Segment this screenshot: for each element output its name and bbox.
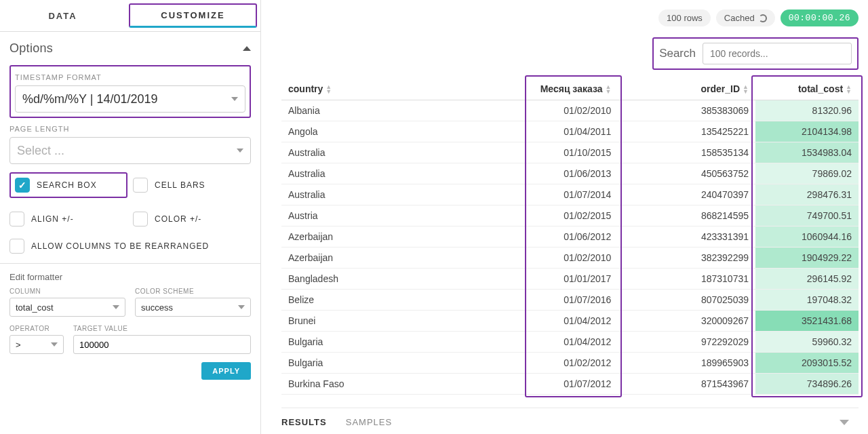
main-panel: 100 rows Cached 00:00:00.26 Search count…	[261, 0, 868, 434]
bottom-tabs: RESULTS SAMPLES	[281, 408, 859, 434]
table-row: Albania01/02/201038538306981320.96	[281, 100, 859, 121]
sort-icon: ▲▼	[846, 85, 852, 94]
operator-label: OPERATOR	[9, 325, 64, 332]
scheme-select[interactable]: success	[135, 298, 251, 317]
th-order[interactable]: order_ID▲▼	[618, 78, 755, 100]
sort-icon: ▲▼	[605, 85, 611, 94]
search-input[interactable]	[703, 43, 852, 64]
table-row: Bulgaria01/04/201297229202959960.32	[281, 332, 859, 353]
th-country[interactable]: country▲▼	[281, 78, 529, 100]
table-container: country▲▼ Месяц заказа▲▼ order_ID▲▼ tota…	[281, 78, 859, 402]
checkbox-icon	[133, 178, 148, 193]
checkbox-icon	[15, 178, 30, 193]
chevron-down-icon	[51, 342, 58, 347]
topbar: 100 rows Cached 00:00:00.26	[281, 9, 859, 26]
chevron-up-icon	[243, 46, 251, 51]
sort-icon: ▲▼	[743, 85, 749, 94]
timestamp-select[interactable]: %d/%m/%Y | 14/01/2019	[15, 85, 245, 113]
formatter-title: Edit formatter	[0, 264, 260, 288]
th-total[interactable]: total_cost▲▼	[755, 78, 859, 100]
table-row: Bangladesh01/01/2017187310731296145.92	[281, 269, 859, 290]
checkbox-icon	[9, 239, 24, 254]
chevron-down-icon	[840, 420, 849, 425]
chevron-down-icon	[238, 305, 245, 309]
apply-button[interactable]: APPLY	[201, 362, 251, 380]
table-row: Australia01/07/2014240470397298476.31	[281, 184, 859, 205]
options-header[interactable]: Options	[9, 41, 251, 56]
checkbox-icon	[133, 212, 148, 226]
timer-pill: 00:00:00.26	[781, 9, 859, 26]
table-row: Angola01/04/20111354252212104134.98	[281, 121, 859, 142]
check-cellbars[interactable]: CELL BARS	[133, 171, 251, 199]
data-table: country▲▼ Месяц заказа▲▼ order_ID▲▼ tota…	[281, 78, 859, 395]
table-row: Burkina Faso01/07/2012871543967734896.26	[281, 374, 859, 395]
column-select[interactable]: total_cost	[9, 298, 125, 317]
search-label: Search	[659, 47, 696, 60]
checkbox-icon	[9, 212, 24, 226]
search-highlight: Search	[652, 37, 859, 70]
table-row: Bulgaria01/02/20121899659032093015.52	[281, 353, 859, 374]
target-input[interactable]	[73, 335, 251, 354]
chevron-down-icon	[231, 97, 238, 101]
chevron-down-icon	[113, 305, 119, 309]
searchbox-highlight: SEARCH BOX	[9, 172, 127, 198]
check-searchbox[interactable]: SEARCH BOX	[15, 178, 122, 193]
tab-results[interactable]: RESULTS	[281, 417, 327, 427]
sidebar-tabs: DATA CUSTOMIZE	[0, 0, 260, 32]
table-row: Austria01/02/2015868214595749700.51	[281, 205, 859, 226]
check-align[interactable]: ALIGN +/-	[9, 212, 127, 226]
operator-select[interactable]: >	[9, 335, 64, 354]
tab-customize[interactable]: CUSTOMIZE	[129, 3, 257, 28]
check-rearrange[interactable]: ALLOW COLUMNS TO BE REARRANGED	[9, 239, 251, 254]
th-month[interactable]: Месяц заказа▲▼	[529, 78, 618, 100]
collapse-button[interactable]	[840, 416, 849, 427]
timestamp-label: TIMESTAMP FORMAT	[15, 73, 245, 81]
target-label: TARGET VALUE	[73, 325, 251, 332]
check-color[interactable]: COLOR +/-	[133, 212, 251, 226]
chevron-down-icon	[237, 149, 243, 153]
timestamp-highlight: TIMESTAMP FORMAT %d/%m/%Y | 14/01/2019	[9, 65, 251, 118]
table-row: Azerbaijan01/06/20124233313911060944.16	[281, 226, 859, 248]
table-row: Brunei01/04/20123200092673521431.68	[281, 311, 859, 332]
table-row: Australia01/06/201345056375279869.02	[281, 163, 859, 184]
rows-pill[interactable]: 100 rows	[658, 9, 711, 26]
cached-pill[interactable]: Cached	[716, 9, 775, 26]
tab-data[interactable]: DATA	[0, 0, 125, 31]
table-row: Belize01/07/2016807025039197048.32	[281, 290, 859, 311]
refresh-icon	[759, 14, 767, 22]
options-title: Options	[9, 41, 53, 56]
sidebar: DATA CUSTOMIZE Options TIMESTAMP FORMAT …	[0, 0, 261, 434]
pagelen-label: PAGE LENGTH	[9, 125, 251, 133]
scheme-label: COLOR SCHEME	[135, 288, 251, 295]
column-label: COLUMN	[9, 288, 125, 295]
table-row: Azerbaijan01/02/20103823922991904929.22	[281, 248, 859, 269]
table-row: Australia01/10/20151585351341534983.04	[281, 142, 859, 163]
tab-samples[interactable]: SAMPLES	[346, 417, 392, 427]
pagelen-select[interactable]: Select ...	[9, 137, 251, 164]
sort-icon: ▲▼	[326, 85, 332, 94]
